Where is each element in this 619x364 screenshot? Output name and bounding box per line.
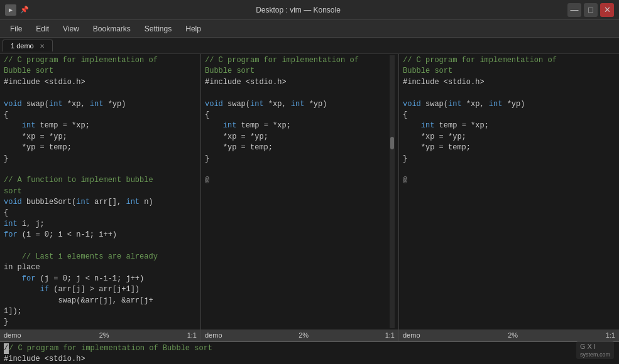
pin-icon: 📌 bbox=[20, 6, 29, 14]
menu-file[interactable]: File bbox=[4, 23, 28, 35]
editor-area: // C program for implementation of Bubbl… bbox=[0, 54, 619, 364]
code-line: 1]); bbox=[4, 306, 197, 317]
top-panes: // C program for implementation of Bubbl… bbox=[0, 54, 619, 341]
code-line: // C program for implementation of bbox=[403, 55, 615, 66]
code-line: *yp = temp; bbox=[4, 142, 197, 153]
code-line bbox=[205, 164, 390, 175]
code-line bbox=[205, 88, 390, 99]
tab-label: 1 demo bbox=[11, 42, 34, 50]
code-line: { bbox=[205, 110, 390, 120]
code-line: Bubble sort bbox=[403, 66, 615, 77]
code-line: @ bbox=[403, 175, 615, 186]
code-line: swap(&arr[j], &arr[j+ bbox=[4, 296, 197, 306]
code-line: { bbox=[4, 208, 197, 218]
terminal-icon: ▶ bbox=[5, 4, 16, 16]
pane-mid: // C program for implementation of Bubbl… bbox=[201, 54, 399, 341]
pane-left-position: 1:1 bbox=[187, 331, 197, 339]
pane-mid-position: 1:1 bbox=[385, 331, 395, 339]
pane-right: // C program for implementation of Bubbl… bbox=[399, 54, 619, 341]
code-line: *yp = temp; bbox=[403, 142, 615, 153]
code-line: } bbox=[4, 154, 197, 164]
menu-help[interactable]: Help bbox=[179, 23, 207, 35]
code-line: #include <stdio.h> bbox=[403, 77, 615, 88]
menu-bar: File Edit View Bookmarks Settings Help bbox=[0, 20, 619, 38]
code-line: *xp = *yp; bbox=[4, 132, 197, 142]
pane-bottom-content[interactable]: // C program for implementation of Bubbl… bbox=[0, 342, 619, 364]
pane-left-statusbar: demo 2% 1:1 bbox=[0, 329, 200, 341]
code-line: } bbox=[403, 154, 615, 164]
code-line bbox=[4, 88, 197, 99]
code-line: *xp = *yp; bbox=[205, 132, 390, 142]
code-line: in place bbox=[4, 262, 197, 273]
code-line: // Last i elements are already bbox=[4, 252, 197, 262]
code-line bbox=[403, 88, 615, 99]
pane-mid-percent: 2% bbox=[299, 331, 309, 339]
pane-mid-content[interactable]: // C program for implementation of Bubbl… bbox=[201, 54, 398, 329]
code-line: *yp = temp; bbox=[205, 142, 390, 153]
code-line: int temp = *xp; bbox=[205, 120, 390, 131]
tab-demo[interactable]: 1 demo ✕ bbox=[3, 40, 53, 51]
pane-right-position: 1:1 bbox=[606, 331, 615, 339]
code-line: Bubble sort bbox=[4, 66, 197, 77]
code-line: void swap(int *xp, int *yp) bbox=[403, 99, 615, 110]
pane-mid-scrollbar[interactable] bbox=[390, 55, 395, 328]
tab-close-icon[interactable]: ✕ bbox=[40, 43, 45, 50]
pane-right-percent: 2% bbox=[508, 331, 518, 339]
code-line: { bbox=[4, 110, 197, 120]
code-line: void swap(int *xp, int *yp) bbox=[205, 99, 390, 110]
code-line: for (j = 0; j < n-i-1; j++) bbox=[4, 274, 197, 284]
pane-left: // C program for implementation of Bubbl… bbox=[0, 54, 201, 341]
close-button[interactable]: ✕ bbox=[600, 3, 614, 17]
pane-left-content[interactable]: // C program for implementation of Bubbl… bbox=[0, 54, 200, 329]
menu-edit[interactable]: Edit bbox=[30, 23, 55, 35]
code-line: // C program for implementation of Bubbl… bbox=[4, 343, 615, 354]
code-line: #include <stdio.h> bbox=[205, 77, 390, 88]
pane-mid-filename: demo bbox=[205, 331, 222, 339]
code-line bbox=[4, 241, 197, 252]
code-line: *xp = *yp; bbox=[403, 132, 615, 142]
code-line: // A function to implement bubble bbox=[4, 175, 197, 186]
pane-left-filename: demo bbox=[4, 331, 21, 339]
code-line bbox=[4, 164, 197, 175]
maximize-button[interactable]: □ bbox=[584, 3, 598, 17]
code-line: void swap(int *xp, int *yp) bbox=[4, 99, 197, 110]
code-line: Bubble sort bbox=[205, 66, 390, 77]
code-line: sort bbox=[4, 186, 197, 197]
code-line bbox=[403, 164, 615, 175]
pane-left-percent: 2% bbox=[99, 331, 109, 339]
window-title: Desktop : vim — Konsole bbox=[29, 6, 567, 14]
code-line: for (i = 0; i < n-1; i++) bbox=[4, 230, 197, 240]
tab-bar: 1 demo ✕ bbox=[0, 38, 619, 54]
code-line: } bbox=[4, 317, 197, 328]
menu-view[interactable]: View bbox=[57, 23, 85, 35]
code-line: int i, j; bbox=[4, 219, 197, 230]
pane-right-content[interactable]: // C program for implementation of Bubbl… bbox=[399, 54, 619, 329]
code-line: #include <stdio.h> bbox=[4, 354, 615, 364]
pane-bottom: // C program for implementation of Bubbl… bbox=[0, 341, 619, 364]
menu-settings[interactable]: Settings bbox=[138, 23, 178, 35]
code-line: } bbox=[205, 154, 390, 164]
title-bar-left: ▶ 📌 bbox=[5, 4, 29, 16]
code-line: @ bbox=[205, 175, 390, 186]
scrollbar-thumb bbox=[390, 137, 394, 149]
code-line: { bbox=[403, 110, 615, 120]
watermark: G X Isystem.com bbox=[576, 341, 614, 359]
code-line: int temp = *xp; bbox=[403, 120, 615, 131]
menu-bookmarks[interactable]: Bookmarks bbox=[87, 23, 137, 35]
title-bar: ▶ 📌 Desktop : vim — Konsole — □ ✕ bbox=[0, 0, 619, 20]
pane-right-filename: demo bbox=[403, 331, 420, 339]
code-line: if (arr[j] > arr[j+1]) bbox=[4, 284, 197, 295]
pane-mid-statusbar: demo 2% 1:1 bbox=[201, 329, 398, 341]
window-controls: — □ ✕ bbox=[567, 3, 614, 17]
code-line: int temp = *xp; bbox=[4, 120, 197, 131]
code-line: // C program for implementation of bbox=[4, 55, 197, 66]
minimize-button[interactable]: — bbox=[567, 3, 581, 17]
code-line: // C program for implementation of bbox=[205, 55, 390, 66]
code-line: void bubbleSort(int arr[], int n) bbox=[4, 197, 197, 208]
code-line: #include <stdio.h> bbox=[4, 77, 197, 88]
pane-right-statusbar: demo 2% 1:1 bbox=[399, 329, 619, 341]
